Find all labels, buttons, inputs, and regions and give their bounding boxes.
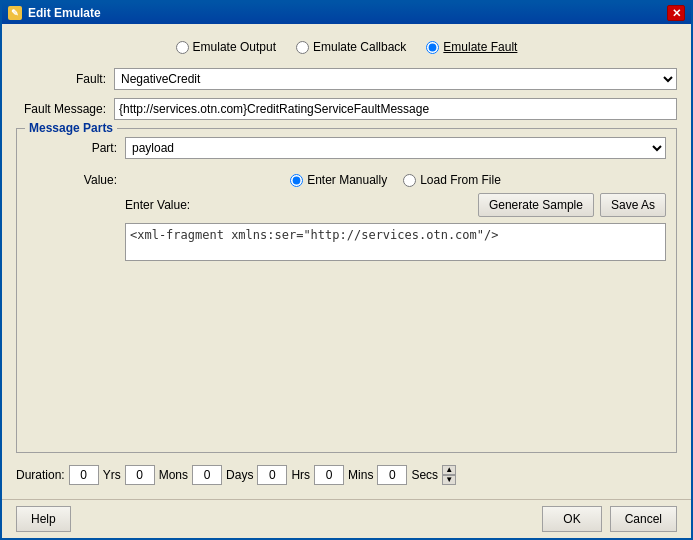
emulate-output-radio[interactable] xyxy=(176,41,189,54)
emulate-callback-option[interactable]: Emulate Callback xyxy=(296,40,406,54)
enter-manually-radio[interactable] xyxy=(290,174,303,187)
duration-mins-label: Mins xyxy=(348,468,373,482)
dialog-content: Emulate Output Emulate Callback Emulate … xyxy=(2,24,691,499)
fault-message-label: Fault Message: xyxy=(16,102,106,116)
title-bar-content: ✎ Edit Emulate xyxy=(8,6,101,20)
bottom-bar: Help OK Cancel xyxy=(2,499,691,538)
emulate-callback-label[interactable]: Emulate Callback xyxy=(313,40,406,54)
help-button[interactable]: Help xyxy=(16,506,71,532)
ok-cancel-buttons: OK Cancel xyxy=(542,506,677,532)
duration-days-label: Days xyxy=(226,468,253,482)
duration-hrs-label: Hrs xyxy=(291,468,310,482)
enter-manually-label[interactable]: Enter Manually xyxy=(307,173,387,187)
fault-label: Fault: xyxy=(16,72,106,86)
ok-button[interactable]: OK xyxy=(542,506,601,532)
fault-message-input[interactable] xyxy=(114,98,677,120)
duration-row: Duration: Yrs Mons Days Hrs Mins Secs ▲ … xyxy=(16,461,677,489)
emulate-fault-radio[interactable] xyxy=(426,41,439,54)
message-parts-group: Message Parts Part: payload Value: Enter… xyxy=(16,128,677,453)
part-row: Part: payload xyxy=(27,137,666,159)
xml-editor[interactable]: <xml-fragment xmlns:ser="http://services… xyxy=(125,223,666,261)
duration-mons-input[interactable] xyxy=(125,465,155,485)
emulate-options-row: Emulate Output Emulate Callback Emulate … xyxy=(16,34,677,60)
duration-days-input[interactable] xyxy=(192,465,222,485)
emulate-callback-radio[interactable] xyxy=(296,41,309,54)
duration-mins-input[interactable] xyxy=(314,465,344,485)
emulate-output-option[interactable]: Emulate Output xyxy=(176,40,276,54)
window-icon: ✎ xyxy=(8,6,22,20)
spinner-up[interactable]: ▲ xyxy=(442,465,456,475)
load-from-file-option[interactable]: Load From File xyxy=(403,173,501,187)
value-content: Enter Manually Load From File Enter Valu… xyxy=(125,173,666,261)
value-source-row: Enter Manually Load From File xyxy=(125,173,666,187)
duration-mons-label: Mons xyxy=(159,468,188,482)
spinner-down[interactable]: ▼ xyxy=(442,475,456,485)
enter-manually-option[interactable]: Enter Manually xyxy=(290,173,387,187)
duration-label: Duration: xyxy=(16,468,65,482)
part-label: Part: xyxy=(27,141,117,155)
fault-select[interactable]: NegativeCredit xyxy=(114,68,677,90)
cancel-button[interactable]: Cancel xyxy=(610,506,677,532)
enter-value-label: Enter Value: xyxy=(125,198,190,212)
window-title: Edit Emulate xyxy=(28,6,101,20)
duration-secs-input[interactable] xyxy=(377,465,407,485)
value-label: Value: xyxy=(27,173,117,187)
duration-spinner[interactable]: ▲ ▼ xyxy=(442,465,456,485)
emulate-fault-option[interactable]: Emulate Fault xyxy=(426,40,517,54)
message-parts-title: Message Parts xyxy=(25,121,117,135)
emulate-fault-label[interactable]: Emulate Fault xyxy=(443,40,517,54)
save-as-button[interactable]: Save As xyxy=(600,193,666,217)
editor-buttons: Generate Sample Save As xyxy=(478,193,666,217)
value-row: Value: Enter Manually Load From File xyxy=(27,173,666,261)
title-bar: ✎ Edit Emulate ✕ xyxy=(2,2,691,24)
part-select[interactable]: payload xyxy=(125,137,666,159)
close-button[interactable]: ✕ xyxy=(667,5,685,21)
edit-emulate-dialog: ✎ Edit Emulate ✕ Emulate Output Emulate … xyxy=(0,0,693,540)
duration-yrs-input[interactable] xyxy=(69,465,99,485)
fault-message-row: Fault Message: xyxy=(16,98,677,120)
generate-sample-button[interactable]: Generate Sample xyxy=(478,193,594,217)
duration-secs-label: Secs xyxy=(411,468,438,482)
load-from-file-label[interactable]: Load From File xyxy=(420,173,501,187)
enter-value-row: Enter Value: Generate Sample Save As xyxy=(125,193,666,217)
load-from-file-radio[interactable] xyxy=(403,174,416,187)
duration-hrs-input[interactable] xyxy=(257,465,287,485)
emulate-output-label[interactable]: Emulate Output xyxy=(193,40,276,54)
duration-yrs-label: Yrs xyxy=(103,468,121,482)
fault-row: Fault: NegativeCredit xyxy=(16,68,677,90)
